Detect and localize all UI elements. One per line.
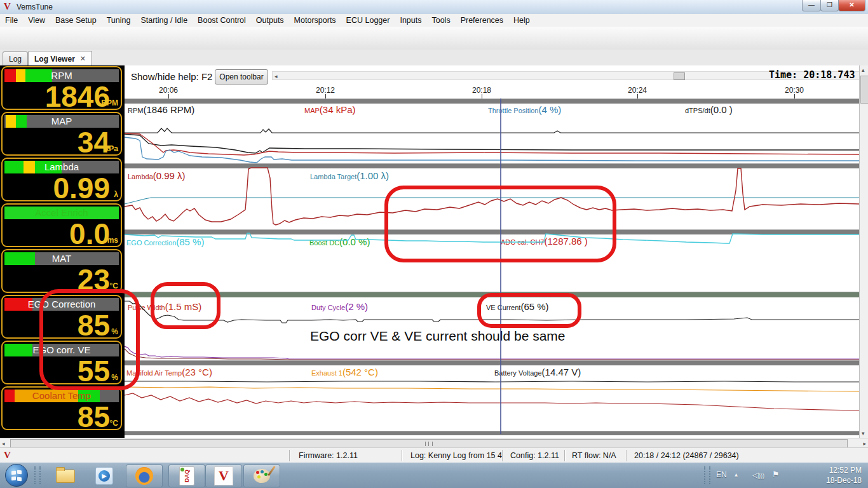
taskbar-clock[interactable]: 12:52 PM 18-Dec-18 <box>826 465 862 485</box>
taskbar-grip[interactable] <box>34 466 41 484</box>
taskbar: ▶ DAQ V EN ▴ ◁))) ⚑ <box>0 463 868 488</box>
menu-outputs[interactable]: Outputs <box>251 16 289 25</box>
firefox-taskbar-button[interactable] <box>126 464 163 487</box>
menu-file[interactable]: File <box>0 16 23 25</box>
status-config: Config: 1.2.11 <box>510 451 559 460</box>
vemstune-logo-icon: V <box>4 1 11 12</box>
menu-tools[interactable]: Tools <box>426 16 455 25</box>
window-title: VemsTune <box>17 3 53 11</box>
time-tick: 20:18 <box>472 86 491 95</box>
log-traces <box>125 98 859 437</box>
help-hint: Show/hide help: F2 <box>131 71 212 82</box>
tab-log[interactable]: Log <box>3 51 28 65</box>
trace-duty-cycle <box>125 346 859 359</box>
gauge-rpm[interactable]: RPM 1846 RPM <box>1 66 122 110</box>
tab-close-icon[interactable]: ✕ <box>80 55 86 63</box>
trace-map <box>125 133 859 155</box>
trace-battery <box>125 381 859 382</box>
daq-icon: DAQ <box>179 466 194 485</box>
time-slider-thumb[interactable] <box>674 72 685 80</box>
gauge-lambda[interactable]: Lambda 0.99 λ <box>1 158 122 201</box>
status-log-position: 20:18 / 24:12 (24867 / 29634) <box>634 451 739 460</box>
gauge-coolant-temp[interactable]: Coolant Temp 85 °C <box>1 386 122 430</box>
clock-date: 18-Dec-18 <box>826 475 862 485</box>
red-annotation-ve-current <box>477 293 581 328</box>
open-toolbar-button[interactable]: Open toolbar <box>215 69 268 85</box>
time-tick: 20:24 <box>628 86 647 95</box>
red-annotation-adc <box>384 186 616 262</box>
trace-dtps <box>125 128 859 133</box>
explorer-icon[interactable] <box>56 470 75 483</box>
clock-time: 12:52 PM <box>826 465 862 475</box>
title-bar: V VemsTune — ❐ ✕ <box>0 0 868 15</box>
scroll-right-icon[interactable]: ▸ <box>863 440 866 447</box>
vscroll-thumb[interactable] <box>860 76 868 104</box>
slider-left-icon[interactable]: ◂ <box>275 73 278 79</box>
vemstune-icon: V <box>214 466 233 485</box>
gauge-mat[interactable]: MAT 23 °C <box>1 249 122 293</box>
paint-taskbar-button[interactable] <box>243 464 280 487</box>
status-log-name: Log: Kenny Log from 15 4 <box>410 451 502 460</box>
daq-taskbar-button[interactable]: DAQ <box>168 464 205 487</box>
menu-tuning[interactable]: Tuning <box>102 16 136 25</box>
paint-icon <box>254 469 270 483</box>
tray-grip[interactable] <box>704 466 710 484</box>
vemstune-taskbar-button[interactable]: V <box>205 464 242 487</box>
action-center-flag-icon[interactable]: ⚑ <box>772 470 780 479</box>
minimize-button[interactable]: — <box>802 0 821 11</box>
cursor-time-readout: Time: 20:18.743 <box>769 69 855 81</box>
scroll-left-icon[interactable]: ◂ <box>2 440 5 447</box>
vemstune-window: V VemsTune — ❐ ✕ File View Base Setup Tu… <box>0 0 868 488</box>
red-annotation-gauges <box>39 289 140 390</box>
red-annotation-pulse-width <box>151 282 220 329</box>
restore-button[interactable]: ❐ <box>820 0 839 11</box>
close-button[interactable]: ✕ <box>838 0 865 11</box>
menu-boost-control[interactable]: Boost Control <box>193 16 251 25</box>
menu-ecu-logger[interactable]: ECU Logger <box>341 16 395 25</box>
tab-bar: Log Log Viewer ✕ <box>0 50 868 66</box>
toolbar: ⟳ ⟳ ♨ VE 3D IGN 2D LA 2D ADC ALL ADC CUS… <box>0 27 868 50</box>
scroll-up-icon[interactable]: ▴ <box>862 67 865 73</box>
trace-exhaust <box>125 387 859 391</box>
volume-icon[interactable]: ◁))) <box>752 470 764 480</box>
status-bar: V Firmware: 1.2.11 Log: Kenny Log from 1… <box>0 447 868 463</box>
menu-preferences[interactable]: Preferences <box>456 16 508 25</box>
hscroll-thumb[interactable] <box>10 439 848 448</box>
scroll-down-icon[interactable]: ▾ <box>862 430 865 437</box>
menu-motorsports[interactable]: Motorsports <box>289 16 341 25</box>
gauge-map[interactable]: MAP 34 kPa <box>1 112 122 156</box>
firefox-icon <box>135 467 153 485</box>
menu-help[interactable]: Help <box>508 16 535 25</box>
time-tick: 20:12 <box>316 86 335 95</box>
vemstune-logo-icon: V <box>4 450 11 461</box>
menu-base-setup[interactable]: Base Setup <box>50 16 102 25</box>
status-rt-flow: RT flow: N/A <box>572 451 616 460</box>
tab-log-viewer[interactable]: Log Viewer ✕ <box>28 51 92 66</box>
media-player-icon[interactable]: ▶ <box>95 467 113 485</box>
chart-horizontal-scrollbar[interactable]: ◂ ▸ <box>0 438 868 447</box>
trace-rpm <box>125 134 859 153</box>
chart-vertical-scrollbar[interactable]: ▴ ▾ <box>859 65 868 438</box>
status-firmware: Firmware: 1.2.11 <box>299 451 358 460</box>
gauge-accel-enrich[interactable]: Accel Enrich 0.0 ms <box>1 203 122 247</box>
menu-starting-idle[interactable]: Starting / Idle <box>135 16 193 25</box>
trace-mat <box>125 393 859 410</box>
menu-view[interactable]: View <box>23 16 50 25</box>
time-tick: 20:30 <box>785 86 804 95</box>
time-tick: 20:06 <box>159 86 178 95</box>
language-indicator[interactable]: EN <box>716 470 727 479</box>
menu-inputs[interactable]: Inputs <box>395 16 426 25</box>
start-button[interactable] <box>5 464 28 487</box>
menu-bar: File View Base Setup Tuning Starting / I… <box>0 14 868 27</box>
tray-expand-icon[interactable]: ▴ <box>735 471 738 478</box>
